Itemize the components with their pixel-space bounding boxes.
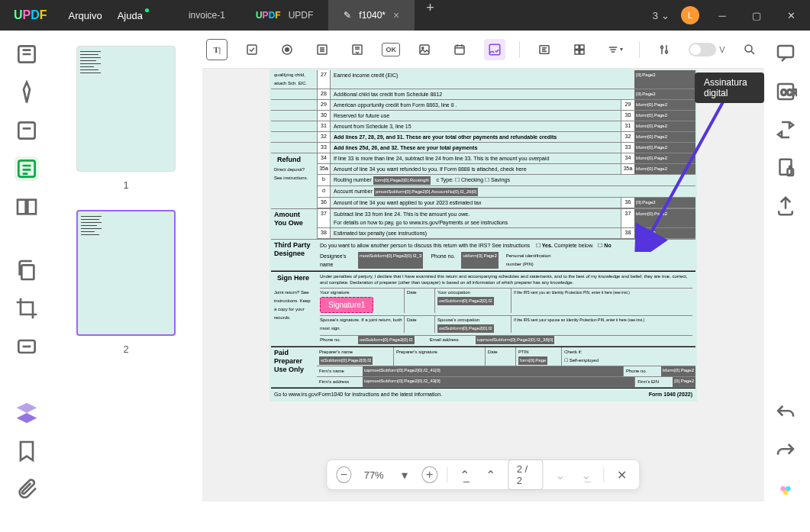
sort-tool[interactable]: ▾ [604,39,625,60]
thumbnail-label-1: 1 [61,179,191,191]
page-indicator[interactable]: 2 / 2 [508,459,543,490]
protect-tool[interactable] [774,156,797,179]
svg-rect-12 [420,45,429,54]
minimize-button[interactable]: ─ [711,4,734,27]
convert-tool[interactable] [774,118,797,141]
grid-tool[interactable] [569,39,590,60]
bottom-bar: − 77% ▾ + ⌃̲ ⌃ 2 / 2 ⌄ ⌄̲ ✕ [326,459,640,490]
checkbox-tool[interactable] [241,39,263,60]
svg-rect-18 [580,45,584,49]
menu-help[interactable]: Ajuda [118,10,143,21]
highlight-tool[interactable] [15,80,39,105]
thumbnail-panel: ▬▬▬▬▬▬▬▬▬▬▬▬▬▬▬▬▬▬▬▬▬▬▬▬▬▬▬▬▬▬▬▬▬▬▬▬▬▬▬▬… [50,31,202,501]
zoom-out-button[interactable]: − [336,466,351,483]
reader-tool[interactable] [15,42,39,66]
list-tool[interactable] [311,39,333,60]
titlebar: UPDF Arquivo Ajuda invoice-1 UPDF UPDF ✎… [0,0,810,31]
svg-rect-7 [247,45,257,54]
tab-invoice[interactable]: invoice-1 [173,0,240,31]
ocr-tool[interactable]: OCR [774,80,797,103]
form-page: qualifying child, attach Sch. EIC.27Earn… [269,69,697,401]
svg-text:OCR: OCR [780,89,796,97]
tab-updf[interactable]: UPDF UPDF [240,0,328,31]
menu-file[interactable]: Arquivo [69,10,102,21]
svg-point-23 [745,45,752,52]
bookmark-tool[interactable] [15,439,39,463]
undo-tool[interactable] [774,402,797,425]
align-tool[interactable] [534,39,555,60]
digital-signature-tool[interactable] [484,39,505,60]
svg-rect-14 [455,45,464,53]
last-page-button[interactable]: ⌄̲ [578,466,595,484]
document-area: T| OK ▾ V Assinatura digital [202,31,764,501]
thumbnail-page-2[interactable]: ▬▬▬▬▬▬▬▬▬▬▬▬▬▬▬▬▬▬▬▬▬▬▬▬▬▬▬▬▬▬▬▬▬▬▬▬▬▬▬▬… [76,210,176,336]
toolbar-top: T| OK ▾ V [202,31,764,69]
svg-rect-25 [778,46,793,57]
svg-rect-5 [21,265,34,279]
svg-rect-17 [575,45,579,49]
attachment-tool[interactable] [15,477,39,501]
svg-rect-4 [27,200,36,214]
svg-point-21 [661,46,663,48]
first-page-button[interactable]: ⌃̲ [457,466,473,484]
edit-tool[interactable] [15,118,39,143]
ai-tool[interactable] [774,479,797,501]
close-window-button[interactable]: ✕ [779,4,802,27]
account-badge[interactable]: 3 ⌄ [653,10,670,21]
tabs: invoice-1 UPDF UPDF ✎ f1040* × + [173,0,446,31]
left-toolbar [4,31,50,501]
zoom-level[interactable]: 77% [361,469,387,481]
svg-rect-3 [18,200,26,214]
next-page-button[interactable]: ⌄ [552,466,569,484]
chevron-down-icon: ⌄ [661,10,670,21]
svg-rect-20 [580,50,584,53]
search-tool[interactable] [739,39,760,60]
toggle-view[interactable] [689,43,716,56]
add-tab-button[interactable]: + [415,0,446,31]
layers-tool[interactable] [15,401,39,425]
avatar[interactable]: L [681,6,699,24]
app-logo: UPDF [0,8,61,22]
thumbnail-label-2: 2 [61,343,191,355]
settings-tool[interactable] [653,39,675,60]
thumbnail-page-1[interactable]: ▬▬▬▬▬▬▬▬▬▬▬▬▬▬▬▬▬▬▬▬▬▬▬▬▬▬▬▬▬▬▬▬▬▬▬▬▬▬▬▬… [76,46,176,172]
zoom-in-button[interactable]: + [422,466,437,483]
redact-tool[interactable] [15,334,39,359]
svg-rect-19 [575,50,579,53]
svg-point-9 [286,47,289,51]
radio-tool[interactable] [276,39,298,60]
crop-tool[interactable] [15,296,39,321]
prev-page-button[interactable]: ⌃ [482,466,499,484]
copy-tool[interactable] [15,258,39,282]
signature-field[interactable]: Signature1 [320,297,373,313]
text-field-tool[interactable]: T| [206,39,228,60]
right-toolbar: OCR [764,31,806,501]
organize-tool[interactable] [15,195,39,219]
tab-editing-icon: ✎ [344,10,351,21]
comments-tool[interactable] [774,42,797,65]
close-tab-icon[interactable]: × [393,9,399,21]
zoom-dropdown[interactable]: ▾ [396,466,413,484]
form-tool[interactable] [15,156,39,181]
svg-point-22 [666,50,668,53]
close-bottom-bar[interactable]: ✕ [614,466,631,484]
redo-tool[interactable] [774,440,797,463]
svg-rect-1 [18,122,34,138]
tab-f1040[interactable]: ✎ f1040* × [328,0,415,31]
maximize-button[interactable]: ▢ [745,4,768,27]
image-tool[interactable] [414,39,435,60]
share-tool[interactable] [774,195,797,218]
button-tool[interactable]: OK [382,43,400,56]
svg-point-32 [783,490,788,495]
svg-point-13 [422,47,424,48]
document-canvas[interactable]: qualifying child, attach Sch. EIC.27Earn… [202,69,764,501]
date-tool[interactable] [449,39,470,60]
dropdown-tool[interactable] [347,39,368,60]
tooltip-digital-signature: Assinatura digital [695,73,764,103]
